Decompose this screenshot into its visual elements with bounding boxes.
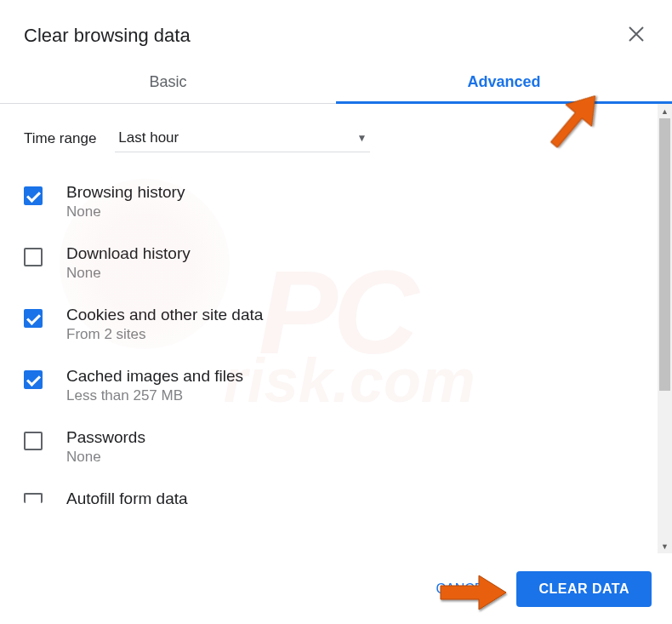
clear-data-dialog: Clear browsing data Basic Advanced Time …	[0, 0, 672, 624]
content-wrapper: Time range Last hour ▼ Browsing history …	[0, 104, 672, 553]
dialog-header: Clear browsing data	[0, 0, 672, 61]
tab-advanced[interactable]: Advanced	[336, 61, 672, 103]
tabs-bar: Basic Advanced	[0, 61, 672, 104]
time-range-row: Time range Last hour ▼	[24, 124, 634, 152]
item-text: Browsing history None	[66, 183, 185, 220]
item-text: Cookies and other site data From 2 sites	[66, 306, 263, 343]
item-title: Cookies and other site data	[66, 306, 263, 324]
item-download-history: Download history None	[24, 244, 634, 282]
scrollbar[interactable]: ▲ ▼	[658, 104, 672, 553]
item-subtitle: None	[66, 449, 145, 466]
time-range-label: Time range	[24, 130, 96, 147]
item-text: Download history None	[66, 244, 191, 282]
checkbox-cached[interactable]	[24, 370, 43, 389]
item-autofill: Autofill form data	[24, 489, 634, 510]
item-text: Passwords None	[66, 428, 145, 466]
item-subtitle: None	[66, 265, 191, 282]
clear-data-button[interactable]: CLEAR DATA	[516, 571, 652, 607]
checkbox-browsing-history[interactable]	[24, 186, 43, 205]
close-icon[interactable]	[624, 20, 648, 51]
chevron-down-icon: ▼	[356, 132, 367, 144]
checkbox-download-history[interactable]	[24, 248, 43, 266]
time-range-value: Last hour	[118, 129, 179, 146]
item-subtitle: Less than 257 MB	[66, 387, 243, 404]
cancel-button[interactable]: CANCEL	[420, 573, 506, 605]
scroll-thumb[interactable]	[659, 118, 670, 391]
item-title: Browsing history	[66, 183, 185, 202]
content-area: Time range Last hour ▼ Browsing history …	[0, 104, 658, 553]
checkbox-passwords[interactable]	[24, 432, 43, 450]
dialog-footer: CANCEL CLEAR DATA	[0, 553, 672, 624]
item-title: Download history	[66, 244, 191, 263]
scroll-up-icon[interactable]: ▲	[658, 104, 672, 118]
item-title: Autofill form data	[66, 489, 188, 508]
item-cookies: Cookies and other site data From 2 sites	[24, 306, 634, 343]
item-text: Autofill form data	[66, 489, 188, 510]
item-text: Cached images and files Less than 257 MB	[66, 367, 243, 404]
dialog-title: Clear browsing data	[24, 25, 191, 47]
item-passwords: Passwords None	[24, 428, 634, 466]
checkbox-autofill[interactable]	[24, 493, 43, 503]
item-cached: Cached images and files Less than 257 MB	[24, 367, 634, 404]
scroll-track[interactable]	[658, 118, 672, 539]
item-browsing-history: Browsing history None	[24, 183, 634, 220]
item-title: Cached images and files	[66, 367, 243, 386]
checkbox-cookies[interactable]	[24, 309, 43, 328]
item-subtitle: None	[66, 203, 185, 220]
time-range-select[interactable]: Last hour ▼	[115, 124, 370, 152]
item-subtitle: From 2 sites	[66, 326, 263, 343]
item-title: Passwords	[66, 428, 145, 447]
tab-basic[interactable]: Basic	[0, 61, 336, 103]
scroll-down-icon[interactable]: ▼	[658, 539, 672, 553]
